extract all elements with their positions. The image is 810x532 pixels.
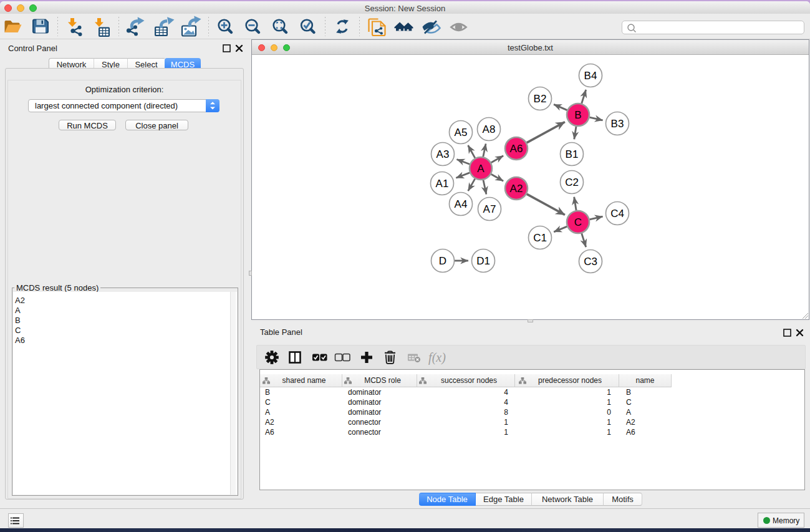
svg-text:A1: A1 [436,178,449,190]
svg-text:A8: A8 [483,123,496,135]
svg-text:A2: A2 [510,183,523,195]
svg-text:A6: A6 [510,143,523,155]
svg-text:A: A [477,163,485,175]
svg-text:C: C [574,216,582,228]
svg-text:D: D [439,255,446,267]
svg-text:C1: C1 [533,232,547,244]
svg-text:A4: A4 [455,198,468,210]
svg-text:B1: B1 [566,148,579,160]
svg-text:B: B [574,109,581,121]
svg-text:C4: C4 [610,208,624,220]
svg-text:A5: A5 [455,127,468,138]
svg-text:A3: A3 [436,148,450,160]
svg-text:B2: B2 [534,93,547,105]
svg-text:C3: C3 [584,256,597,268]
svg-text:B3: B3 [611,118,624,130]
svg-text:f(x): f(x) [428,351,446,365]
svg-text:C2: C2 [565,177,579,188]
svg-text:D1: D1 [476,255,490,267]
svg-text:A7: A7 [483,203,496,215]
svg-text:B4: B4 [584,70,597,82]
